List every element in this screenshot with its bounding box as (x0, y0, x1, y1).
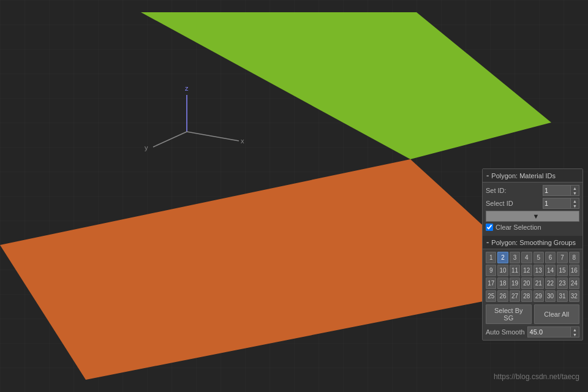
sg-button-17[interactable]: 17 (486, 277, 496, 289)
material-dropdown-row: ▼ (486, 211, 579, 222)
x-axis-label: x (241, 137, 244, 145)
set-id-label: Set ID: (486, 187, 507, 194)
auto-smooth-up[interactable]: ▲ (571, 327, 579, 332)
set-id-arrows: ▲ ▼ (570, 186, 579, 195)
select-id-spinbox[interactable]: ▲ ▼ (543, 198, 579, 209)
clear-selection-label[interactable]: Clear Selection (496, 224, 541, 231)
smoothing-groups-grid: 1234567891011121314151617181920212223242… (486, 252, 579, 302)
sg-button-27[interactable]: 27 (510, 290, 520, 302)
sg-button-28[interactable]: 28 (521, 290, 532, 302)
auto-smooth-arrows: ▲ ▼ (570, 327, 579, 337)
select-id-up[interactable]: ▲ (571, 198, 579, 203)
sg-button-3[interactable]: 3 (510, 252, 520, 263)
sg-button-13[interactable]: 13 (533, 265, 544, 276)
material-dropdown[interactable]: ▼ (486, 211, 579, 222)
sg-button-9[interactable]: 9 (486, 265, 496, 276)
auto-smooth-down[interactable]: ▼ (571, 332, 579, 337)
material-panel: - Polygon: Material IDs Set ID: ▲ ▼ Sele… (482, 168, 583, 341)
clear-selection-checkbox[interactable] (486, 224, 493, 231)
auto-smooth-row: Auto Smooth ▲ ▼ (486, 326, 579, 337)
sg-button-23[interactable]: 23 (557, 277, 567, 289)
y-axis-label: y (145, 144, 148, 151)
sg-button-15[interactable]: 15 (557, 265, 567, 276)
z-axis-label: z (185, 85, 189, 92)
sg-button-26[interactable]: 26 (497, 290, 508, 302)
sg-button-2[interactable]: 2 (497, 252, 508, 263)
set-id-down[interactable]: ▼ (571, 190, 579, 195)
set-id-spinbox[interactable]: ▲ ▼ (543, 185, 579, 196)
set-id-row: Set ID: ▲ ▼ (486, 185, 579, 196)
clear-all-button[interactable]: Clear All (534, 304, 580, 324)
sg-button-10[interactable]: 10 (497, 265, 508, 276)
set-id-up[interactable]: ▲ (571, 186, 579, 190)
sg-button-18[interactable]: 18 (497, 277, 508, 289)
sg-button-20[interactable]: 20 (521, 277, 532, 289)
select-id-label: Select ID (486, 200, 513, 207)
material-ids-title: Polygon: Material IDs (491, 172, 556, 179)
clear-selection-row: Clear Selection (486, 224, 579, 231)
smoothing-groups-header: - Polygon: Smoothing Groups (483, 236, 582, 249)
sg-button-8[interactable]: 8 (569, 252, 579, 263)
material-ids-header: - Polygon: Material IDs (483, 169, 582, 183)
smoothing-groups-body: 1234567891011121314151617181920212223242… (483, 249, 582, 340)
sg-button-22[interactable]: 22 (545, 277, 556, 289)
select-by-sg-button[interactable]: Select By SG (486, 304, 532, 324)
select-id-row: Select ID ▲ ▼ (486, 198, 579, 209)
sg-button-14[interactable]: 14 (545, 265, 556, 276)
material-ids-body: Set ID: ▲ ▼ Select ID ▲ ▼ (483, 183, 582, 236)
collapse-sg-icon[interactable]: - (486, 238, 489, 247)
sg-button-25[interactable]: 25 (486, 290, 496, 302)
sg-button-11[interactable]: 11 (510, 265, 520, 276)
sg-button-29[interactable]: 29 (533, 290, 544, 302)
select-id-arrows: ▲ ▼ (570, 198, 579, 208)
dropdown-arrow-icon: ▼ (533, 213, 577, 220)
sg-button-31[interactable]: 31 (557, 290, 567, 302)
sg-button-7[interactable]: 7 (557, 252, 567, 263)
select-id-down[interactable]: ▼ (571, 203, 579, 208)
sg-button-12[interactable]: 12 (521, 265, 532, 276)
sg-button-21[interactable]: 21 (533, 277, 544, 289)
sg-button-19[interactable]: 19 (510, 277, 520, 289)
auto-smooth-spinbox[interactable]: ▲ ▼ (527, 326, 579, 337)
watermark: https://blog.csdn.net/taecg (494, 372, 579, 381)
set-id-input[interactable] (543, 187, 570, 194)
smoothing-groups-title: Polygon: Smoothing Groups (491, 239, 576, 246)
auto-smooth-input[interactable] (528, 328, 570, 336)
sg-button-30[interactable]: 30 (545, 290, 556, 302)
sg-button-24[interactable]: 24 (569, 277, 579, 289)
collapse-material-icon[interactable]: - (486, 171, 489, 180)
sg-button-32[interactable]: 32 (569, 290, 579, 302)
sg-button-1[interactable]: 1 (486, 252, 496, 263)
auto-smooth-label: Auto Smooth (486, 328, 525, 336)
sg-button-16[interactable]: 16 (569, 265, 579, 276)
sg-button-4[interactable]: 4 (521, 252, 532, 263)
sg-action-buttons-row: Select By SG Clear All (486, 304, 579, 324)
sg-button-5[interactable]: 5 (533, 252, 544, 263)
sg-button-6[interactable]: 6 (545, 252, 556, 263)
select-id-input[interactable] (543, 200, 570, 207)
